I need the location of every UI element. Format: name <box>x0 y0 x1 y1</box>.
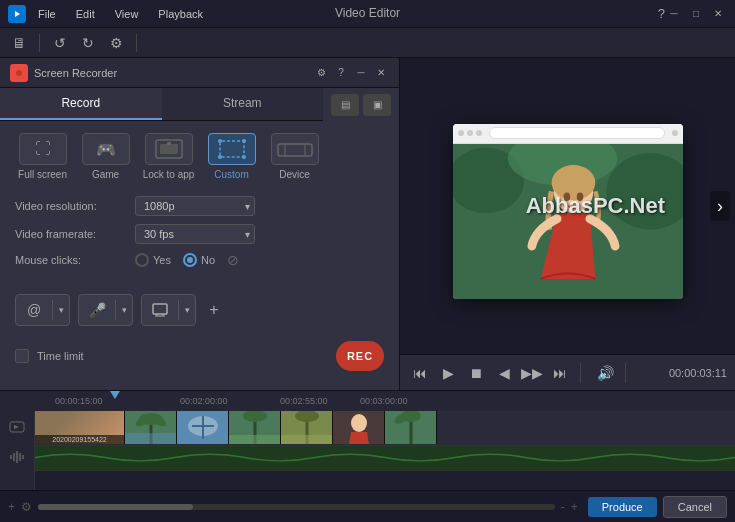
mouse-yes-option[interactable]: Yes <box>135 253 171 267</box>
recorder-tabs: Record Stream <box>0 88 323 121</box>
tab-record[interactable]: Record <box>0 88 162 120</box>
view-icon-2[interactable]: ▣ <box>363 94 391 116</box>
fullscreen-label: Full screen <box>18 169 67 180</box>
audio-track-label <box>2 443 32 471</box>
mouse-radio-group: Yes No ⊘ <box>135 252 239 268</box>
menu-view[interactable]: View <box>111 6 143 22</box>
zoom-out-icon[interactable]: - <box>561 500 565 514</box>
svg-point-3 <box>16 70 22 76</box>
screen-capture-button[interactable] <box>142 295 178 325</box>
time-display: 00:00:03:11 <box>669 367 727 379</box>
thumb-5[interactable] <box>281 411 333 444</box>
thumb-7[interactable] <box>385 411 437 444</box>
ruler-mark-4: 00:03:00:00 <box>360 396 408 406</box>
thumb-6[interactable] <box>333 411 385 444</box>
svg-rect-15 <box>153 304 167 314</box>
play-button[interactable]: ▶ <box>436 361 460 385</box>
recorder-minimize[interactable]: ─ <box>353 65 369 81</box>
mode-locktoapp[interactable]: Lock to app <box>141 133 196 180</box>
device-icon-box <box>271 133 319 165</box>
recorder-close[interactable]: ✕ <box>373 65 389 81</box>
minimize-button[interactable]: ─ <box>665 6 683 22</box>
video-framerate-select[interactable]: 30 fps <box>135 224 255 244</box>
produce-button[interactable]: Produce <box>588 497 657 517</box>
mouse-yes-radio[interactable] <box>135 253 149 267</box>
play-to-end-button[interactable]: ⏭ <box>548 361 572 385</box>
mode-custom[interactable]: Custom <box>204 133 259 180</box>
add-source-button[interactable]: + <box>204 300 224 320</box>
undo-button[interactable]: ↺ <box>49 32 71 54</box>
view-icon-1[interactable]: ▤ <box>331 94 359 116</box>
mic-chevron[interactable]: ▾ <box>116 295 132 325</box>
track-labels <box>0 411 35 490</box>
settings-button[interactable]: ⚙ <box>105 32 127 54</box>
svg-rect-46 <box>281 435 333 444</box>
settings-icon[interactable]: ⚙ <box>21 500 32 514</box>
timeline-ruler: 00:00:15:00 00:02:00:00 00:02:55:00 00:0… <box>0 391 735 411</box>
mode-fullscreen[interactable]: ⛶ Full screen <box>15 133 70 180</box>
timeline-position-arrow <box>110 391 120 399</box>
play-to-start-button[interactable]: ⏮ <box>408 361 432 385</box>
ruler-mark-3: 00:02:55:00 <box>280 396 328 406</box>
scrollbar-thumb[interactable] <box>38 504 193 510</box>
redo-button[interactable]: ↻ <box>77 32 99 54</box>
fullscreen-icon-box: ⛶ <box>19 133 67 165</box>
thumb-2[interactable] <box>125 411 177 444</box>
right-panel: › AbbasPC.Net ⏮ ▶ ⏹ ◀ ▶▶ ⏭ 🔊 00:00:03:11 <box>400 58 735 390</box>
time-limit-checkbox[interactable] <box>15 349 29 363</box>
mouse-no-radio[interactable] <box>183 253 197 267</box>
cancel-button[interactable]: Cancel <box>663 496 727 518</box>
ruler-mark-1: 00:00:15:00 <box>55 396 103 406</box>
tab-stream[interactable]: Stream <box>162 88 324 120</box>
svg-point-10 <box>218 155 222 159</box>
browser-dot-2 <box>467 130 473 136</box>
menu-playback[interactable]: Playback <box>154 6 207 22</box>
thumb-1[interactable]: 20200209155422 <box>35 411 125 444</box>
mode-buttons: ⛶ Full screen 🎮 Game <box>15 133 384 180</box>
zoom-in-icon[interactable]: + <box>571 500 578 514</box>
thumb-3[interactable] <box>177 411 229 444</box>
browser-preview <box>453 124 683 299</box>
menu-file[interactable]: File <box>34 6 60 22</box>
svg-marker-28 <box>14 425 19 429</box>
video-framerate-label: Video framerate: <box>15 228 125 240</box>
stop-button[interactable]: ⏹ <box>464 361 488 385</box>
screen-chevron[interactable]: ▾ <box>179 295 195 325</box>
toolbar-icon-1[interactable]: 🖥 <box>8 32 30 54</box>
close-button[interactable]: ✕ <box>709 6 727 22</box>
recorder-controls: ⚙ ? ─ ✕ <box>313 65 389 81</box>
svg-rect-7 <box>220 141 244 157</box>
maximize-button[interactable]: □ <box>687 6 705 22</box>
mouse-no-option[interactable]: No <box>183 253 215 267</box>
video-track-label <box>2 413 32 441</box>
toolbar: 🖥 ↺ ↻ ⚙ <box>0 28 735 58</box>
game-label: Game <box>92 169 119 180</box>
video-framerate-dropdown-wrapper: 30 fps <box>135 224 255 244</box>
track-content: 20200209155422 <box>35 411 735 490</box>
rec-button[interactable]: REC <box>336 341 384 371</box>
recorder-gear[interactable]: ⚙ <box>313 65 329 81</box>
audio-chevron[interactable]: ▾ <box>53 295 69 325</box>
menu-edit[interactable]: Edit <box>72 6 99 22</box>
video-resolution-label: Video resolution: <box>15 200 125 212</box>
system-audio-button[interactable]: @ <box>16 295 52 325</box>
add-track-icon[interactable]: + <box>8 500 15 514</box>
mic-button[interactable]: 🎤 <box>79 295 115 325</box>
step-fwd-button[interactable]: ▶▶ <box>520 361 544 385</box>
tab-view-icons: ▤ ▣ <box>323 90 399 120</box>
thumb-4[interactable] <box>229 411 281 444</box>
title-bar: File Edit View Playback Video Editor ? ─… <box>0 0 735 28</box>
video-resolution-select[interactable]: 1080p <box>135 196 255 216</box>
mouse-clicks-label: Mouse clicks: <box>15 254 125 266</box>
recorder-help[interactable]: ? <box>333 65 349 81</box>
svg-rect-34 <box>125 433 177 444</box>
help-button[interactable]: ? <box>658 6 665 21</box>
step-back-button[interactable]: ◀ <box>492 361 516 385</box>
svg-point-25 <box>563 192 570 201</box>
mode-device[interactable]: Device <box>267 133 322 180</box>
locktoapp-icon-box <box>145 133 193 165</box>
timeline-scrollbar[interactable] <box>38 504 555 510</box>
preview-next-arrow[interactable]: › <box>710 191 730 221</box>
mode-game[interactable]: 🎮 Game <box>78 133 133 180</box>
volume-button[interactable]: 🔊 <box>593 361 617 385</box>
